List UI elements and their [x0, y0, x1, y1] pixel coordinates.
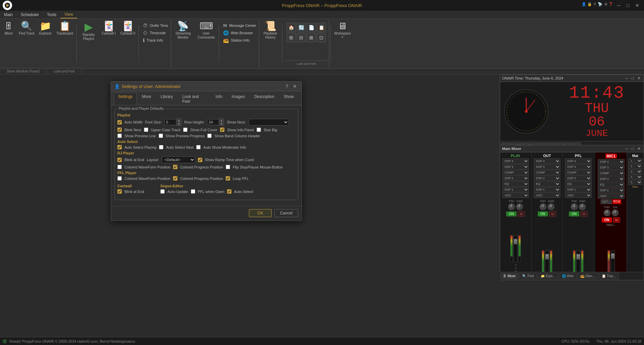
ch-out-comp[interactable]: COMP: [534, 170, 560, 175]
menu-view[interactable]: View: [60, 11, 77, 18]
ok-button[interactable]: OK: [249, 209, 271, 217]
ch-play-pan-knob[interactable]: [508, 203, 515, 210]
lf-btn-3[interactable]: 📄: [307, 23, 316, 32]
auto-show-moderator-checkbox[interactable]: [196, 145, 201, 149]
menu-main[interactable]: Main: [0, 11, 17, 18]
ch-play-dsp2[interactable]: DSP 2: [502, 176, 529, 181]
ch-mic1-dsp1[interactable]: DSP 1: [598, 188, 625, 193]
tab-show[interactable]: Show: [279, 93, 298, 105]
blink-next-checkbox[interactable]: [117, 128, 122, 132]
segue-auto-select-checkbox[interactable]: [227, 189, 231, 194]
ch-out-fader-handle[interactable]: [545, 254, 549, 259]
ch-play-fader[interactable]: [514, 235, 518, 262]
ch-play-dsp1[interactable]: DSP 1: [502, 187, 529, 192]
row-height-up[interactable]: ▲: [219, 119, 224, 122]
ch-mic1-rcm-label[interactable]: RCM: [612, 199, 622, 204]
auto-width-checkbox[interactable]: [117, 120, 122, 125]
show-ramp-time-checkbox[interactable]: [198, 158, 202, 162]
ch-play-eq[interactable]: EQ: [502, 181, 529, 187]
ch-play-comp[interactable]: COMP: [502, 170, 529, 175]
toolbar-find-track-btn[interactable]: 🔍 Find Track: [17, 20, 37, 37]
ch-mic1-on-btn[interactable]: ON: [602, 217, 612, 223]
ch-pfl-dsp4[interactable]: DSP 4: [565, 158, 592, 164]
toolbar-mixer-btn[interactable]: 🎚 Mixer: [1, 20, 16, 37]
ch-mai-dsp2[interactable]: 3.: [628, 169, 642, 174]
ch-pfl-gain-knob[interactable]: [579, 203, 586, 210]
ch-out-agc[interactable]: AGC: [534, 193, 560, 198]
ch-pfl-dsp3[interactable]: DSP 3: [565, 164, 592, 169]
dj-colored-waveform-checkbox[interactable]: [117, 165, 122, 169]
toolbar-workspace-btn[interactable]: 🖥 Workspace ▼: [332, 20, 353, 40]
onair-time-btn[interactable]: ⏱ OnAir Time: [142, 22, 169, 29]
ch-mic1-dsp3[interactable]: DSP 3: [598, 165, 625, 170]
minimize-button[interactable]: ─: [615, 2, 623, 9]
ch-out-gain-knob[interactable]: [548, 203, 554, 210]
dj-blink-at-end-checkbox[interactable]: [117, 158, 122, 162]
bottom-tab-expl[interactable]: 📁 Expl...: [538, 273, 558, 279]
ch-out-dsp1[interactable]: DSP 1: [534, 187, 560, 192]
tab-library[interactable]: Library: [156, 93, 177, 105]
ch-mic1-dsp2[interactable]: DSP 2: [598, 176, 625, 182]
lf-btn-5[interactable]: ⊞: [286, 33, 296, 42]
dj-layout-select[interactable]: <Default>: [162, 156, 195, 163]
ch-pfl-comp[interactable]: COMP: [565, 170, 592, 175]
track-info-btn[interactable]: ℹ Track Info: [142, 37, 169, 44]
lf-btn-6[interactable]: ⊟: [297, 33, 306, 42]
mixer-maximize-btn[interactable]: □: [631, 146, 635, 151]
show-full-cover-checkbox[interactable]: [183, 128, 187, 132]
ch-out-mute-btn[interactable]: M: [549, 211, 556, 217]
cancel-button[interactable]: Cancel: [274, 209, 298, 217]
ch-mic1-fader-handle[interactable]: [611, 253, 614, 259]
ch-out-eq[interactable]: EQ: [534, 181, 560, 187]
tab-info[interactable]: Info: [211, 93, 227, 105]
lf-btn-1[interactable]: 🏠: [286, 23, 296, 32]
ch-out-on-btn[interactable]: ON: [538, 211, 548, 216]
row-height-down[interactable]: ▼: [219, 122, 224, 126]
timecode-btn[interactable]: ⏲ Timecode: [142, 30, 169, 36]
lf-btn-4[interactable]: 📋: [317, 23, 326, 32]
auto-select-next-checkbox[interactable]: [159, 145, 163, 149]
font-size-down[interactable]: ▼: [176, 122, 181, 126]
clock-close-btn[interactable]: ✕: [636, 76, 642, 81]
bottom-tab-mixer[interactable]: 🎚 Mixer: [500, 273, 519, 279]
show-preview-line-checkbox[interactable]: [117, 134, 122, 138]
show-preview-progress-checkbox[interactable]: [159, 134, 163, 138]
menu-tools[interactable]: Tools: [43, 11, 60, 18]
tab-settings[interactable]: Settings: [114, 93, 137, 105]
ch-mic1-gain-knob[interactable]: [612, 209, 619, 216]
bottom-tab-stan[interactable]: 📻 Stan...: [577, 273, 598, 279]
lf-btn-8[interactable]: ⊡: [317, 33, 326, 42]
flip-stop-pause-checkbox[interactable]: [226, 165, 230, 169]
ch-play-dsp4[interactable]: DSP 4: [502, 158, 529, 164]
ch-pfl-on-btn[interactable]: ON: [569, 211, 579, 216]
ch-play-mute-btn[interactable]: M: [518, 211, 525, 217]
ch-mic1-eq[interactable]: EQ: [598, 182, 625, 187]
loop-pfl-checkbox[interactable]: [226, 176, 230, 181]
ch-play-fader-handle[interactable]: [514, 239, 517, 244]
mixer-close-btn[interactable]: ✕: [636, 146, 642, 151]
ch-mic1-pan-knob[interactable]: [604, 209, 610, 216]
ch-play-agc[interactable]: AGC: [502, 193, 529, 198]
ch-mic1-mute-btn[interactable]: M: [613, 217, 621, 223]
ch-mai-dsp3[interactable]: 2.: [628, 164, 642, 169]
cartwall-blink-at-end-checkbox[interactable]: [117, 189, 122, 194]
show-next-select[interactable]: [249, 119, 289, 126]
ch-pfl-pan-knob[interactable]: [571, 203, 578, 210]
lf-btn-2[interactable]: 🔄: [297, 23, 306, 32]
show-info-panel-checkbox[interactable]: [220, 128, 224, 132]
ch-mai-dsp4[interactable]: 1.: [628, 158, 642, 163]
clock-minimize-btn[interactable]: ─: [624, 76, 629, 81]
pfl-colored-waveform-checkbox[interactable]: [117, 176, 122, 181]
toolbar-explorer-btn[interactable]: 📁 Explorer: [37, 20, 54, 37]
ch-pfl-mute-btn[interactable]: M: [580, 211, 588, 217]
ch-pfl-agc[interactable]: AGC: [565, 193, 592, 198]
ch-out-dsp2[interactable]: DSP 2: [534, 176, 560, 181]
menu-scheduler[interactable]: Scheduler: [17, 11, 43, 18]
upper-case-checkbox[interactable]: [144, 128, 148, 132]
toolbar-playback-btn[interactable]: 📜 Playback History: [260, 20, 281, 41]
ch-mai-dsp1[interactable]: 5.: [628, 180, 642, 185]
tab-description[interactable]: Description: [250, 93, 279, 105]
dialog-close-btn[interactable]: ✕: [291, 84, 298, 89]
ch-mai-eq[interactable]: 4.: [628, 175, 642, 180]
clock-maximize-btn[interactable]: □: [631, 76, 635, 81]
